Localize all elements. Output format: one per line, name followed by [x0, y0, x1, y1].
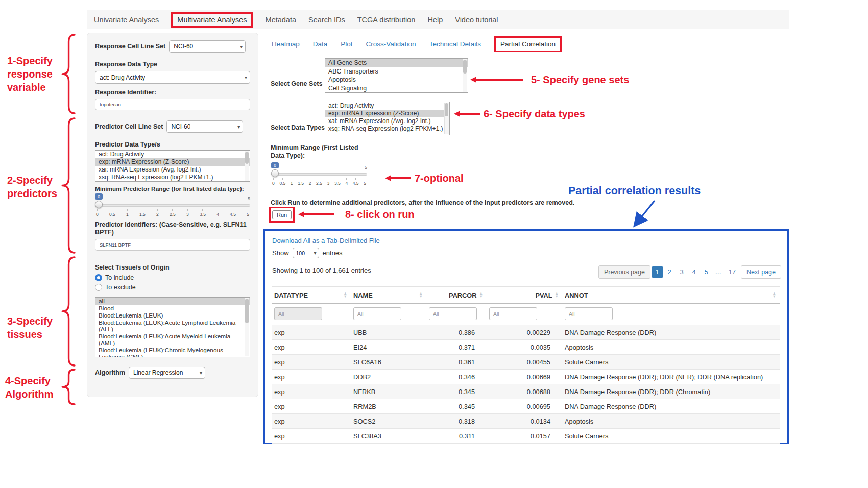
tab-plot[interactable]: Plot: [341, 40, 352, 48]
scrollbar-thumb[interactable]: [463, 60, 467, 74]
slider-track[interactable]: [271, 173, 367, 176]
chevron-down-icon: ▾: [237, 124, 240, 130]
table-row[interactable]: expSLC6A160.3610.00455Solute Carriers: [272, 355, 780, 370]
response-data-type-select[interactable]: act: Drug Activity ▾: [95, 71, 250, 84]
tissue-exclude-radio[interactable]: To exclude: [95, 284, 250, 291]
tissues-list[interactable]: allBloodBlood:Leukemia (LEUK)Blood:Leuke…: [95, 297, 250, 357]
filter-input-datatype[interactable]: [274, 307, 322, 320]
list-option[interactable]: act: Drug Activity: [95, 151, 250, 158]
tab-technical-details[interactable]: Technical Details: [429, 40, 481, 48]
list-option[interactable]: xai: mRNA Expression (Avg. log2 Int.): [95, 166, 250, 174]
column-header-name[interactable]: NAME▲▼: [351, 291, 427, 299]
data-types-list[interactable]: act: Drug Activityexp: mRNA Expression (…: [325, 102, 450, 135]
tab-data[interactable]: Data: [313, 40, 328, 48]
tab-cross-validation[interactable]: Cross-Validation: [366, 40, 416, 48]
list-option[interactable]: Blood:Leukemia (LEUK): [95, 312, 250, 319]
table-row[interactable]: expEI240.3710.0035Apoptosis: [272, 340, 780, 355]
page-5-button[interactable]: 5: [701, 266, 712, 278]
tab-heatmap[interactable]: Heatmap: [272, 40, 300, 48]
page-17-button[interactable]: 17: [725, 266, 739, 278]
table-row[interactable]: expSOCS20.3180.0134Apoptosis: [272, 414, 780, 429]
table-row[interactable]: expDDB20.3460.00669DNA Damage Response (…: [272, 370, 780, 384]
column-header-datatype[interactable]: DATATYPE▲▼: [272, 291, 351, 299]
sort-icon[interactable]: ▲▼: [555, 292, 559, 298]
gene-sets-list[interactable]: All Gene SetsABC TransportersApoptosisCe…: [325, 58, 468, 93]
list-option[interactable]: xsq: RNA-seq Expression (log2 FPKM+1.): [95, 174, 250, 181]
list-option[interactable]: xsq: RNA-seq Expression (log2 FPKM+1.): [325, 125, 449, 133]
column-header-annot[interactable]: ANNOT▲▼: [563, 291, 780, 299]
run-button[interactable]: Run: [272, 210, 292, 219]
entries-select[interactable]: 100 ▾: [293, 248, 319, 258]
sort-icon[interactable]: ▲▼: [419, 292, 423, 298]
slider-track[interactable]: [95, 204, 250, 207]
tissue-include-radio[interactable]: To include: [95, 274, 250, 281]
table-row[interactable]: expRRM2B0.3450.00695DNA Damage Response …: [272, 399, 780, 414]
slider-tick: 4.5: [353, 178, 359, 186]
table-filter-row: [272, 304, 780, 325]
list-option[interactable]: exp: mRNA Expression (Z-Score): [325, 110, 449, 117]
scrollbar-thumb[interactable]: [445, 103, 448, 116]
nav-item-tcga-distribution[interactable]: TCGA distribution: [357, 16, 416, 24]
cell-datatype: exp: [272, 418, 351, 425]
download-link[interactable]: Download All as a Tab-Delimited File: [272, 237, 780, 245]
list-option[interactable]: Cell Signaling: [325, 84, 468, 93]
page-4-button[interactable]: 4: [689, 266, 700, 278]
predictor-data-types-list[interactable]: act: Drug Activityexp: mRNA Expression (…: [95, 150, 250, 182]
chevron-down-icon: ▾: [314, 250, 317, 256]
min-range-slider[interactable]: 0 5 00.511.522.533.544.55: [271, 162, 367, 186]
data-types-label: Select Data Types: [271, 124, 325, 131]
list-option[interactable]: Blood:Leukemia (LEUK):Chronic Myelogenou…: [95, 347, 250, 357]
list-option[interactable]: xai: mRNA Expression (Avg. log2 Int.): [325, 117, 449, 125]
filter-input-name[interactable]: [353, 307, 401, 320]
top-nav: Univariate AnalysesMultivariate Analyses…: [87, 10, 789, 29]
min-predictor-range-slider[interactable]: 0 5 00.511.522.533.544.55: [95, 193, 250, 217]
list-option[interactable]: Blood:Leukemia (LEUK):Acute Myeloid Leuk…: [95, 333, 250, 347]
predictor-cell-line-set-select[interactable]: NCI-60 ▾: [166, 120, 243, 133]
radio-selected-icon: [95, 274, 102, 281]
slider-handle[interactable]: [95, 201, 103, 208]
filter-input-parcor[interactable]: [429, 307, 477, 320]
predictor-identifiers-input[interactable]: SLFN11 BPTF: [95, 239, 250, 251]
nav-item-video-tutorial[interactable]: Video tutorial: [455, 16, 498, 24]
column-header-parcor[interactable]: PARCOR▲▼: [427, 291, 487, 299]
column-header-pval[interactable]: PVAL▲▼: [487, 291, 563, 299]
sort-icon[interactable]: ▲▼: [773, 292, 776, 298]
nav-item-univariate-analyses[interactable]: Univariate Analyses: [94, 16, 159, 24]
algorithm-select[interactable]: Linear Regression ▾: [129, 367, 205, 379]
filter-input-annot[interactable]: [565, 307, 613, 320]
page-2-button[interactable]: 2: [664, 266, 675, 278]
table-row[interactable]: expNFRKB0.3450.00688DNA Damage Response …: [272, 384, 780, 399]
tab-partial-correlation[interactable]: Partial Correlation: [494, 36, 562, 52]
nav-item-help[interactable]: Help: [427, 16, 443, 24]
scrollbar[interactable]: [245, 151, 249, 181]
scrollbar[interactable]: [444, 103, 449, 134]
sort-icon[interactable]: ▲▼: [344, 292, 347, 298]
nav-item-search-ids[interactable]: Search IDs: [308, 16, 345, 24]
response-cell-line-set-select[interactable]: NCI-60 ▾: [169, 40, 246, 53]
page-3-button[interactable]: 3: [677, 266, 687, 278]
response-identifier-input[interactable]: topotecan: [95, 99, 250, 110]
list-option[interactable]: Blood:Leukemia (LEUK):Acute Lymphoid Leu…: [95, 319, 250, 333]
list-option[interactable]: Blood: [95, 305, 250, 312]
pagination-ellipsis: …: [713, 266, 724, 278]
scrollbar[interactable]: [245, 298, 249, 356]
scrollbar[interactable]: [463, 59, 467, 92]
page-1-button[interactable]: 1: [652, 266, 663, 278]
nav-item-metadata[interactable]: Metadata: [266, 16, 296, 24]
nav-item-multivariate-analyses[interactable]: Multivariate Analyses: [171, 12, 253, 28]
slider-handle[interactable]: [271, 169, 279, 177]
list-option[interactable]: exp: mRNA Expression (Z-Score): [95, 158, 250, 166]
previous-page-button[interactable]: Previous page: [598, 265, 650, 279]
list-option[interactable]: all: [95, 298, 250, 305]
scrollbar-thumb[interactable]: [245, 152, 249, 164]
list-option[interactable]: act: Drug Activity: [325, 102, 449, 110]
list-option[interactable]: Apoptosis: [325, 76, 468, 84]
filter-input-pval[interactable]: [489, 307, 537, 320]
sort-icon[interactable]: ▲▼: [479, 292, 483, 298]
list-option[interactable]: ABC Transporters: [325, 67, 468, 76]
table-row[interactable]: expUBB0.3860.00229DNA Damage Response (D…: [272, 325, 780, 340]
next-page-button[interactable]: Next page: [741, 265, 781, 279]
list-option[interactable]: All Gene Sets: [325, 59, 468, 67]
table-row[interactable]: expSLC38A30.3110.0157Solute Carriers: [272, 429, 780, 444]
scrollbar-thumb[interactable]: [245, 299, 249, 323]
